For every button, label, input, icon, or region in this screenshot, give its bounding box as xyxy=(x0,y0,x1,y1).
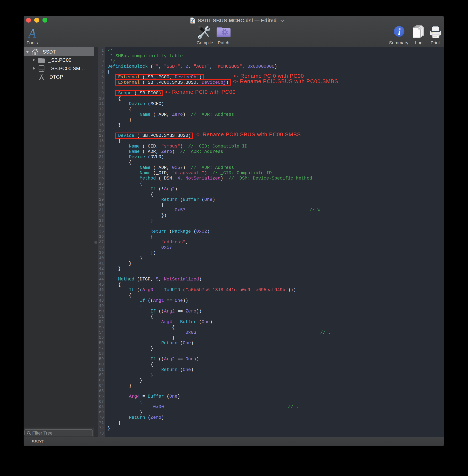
svg-text:A: A xyxy=(28,28,36,39)
svg-text:DSL: DSL xyxy=(191,22,193,23)
svg-text:i: i xyxy=(398,27,401,37)
